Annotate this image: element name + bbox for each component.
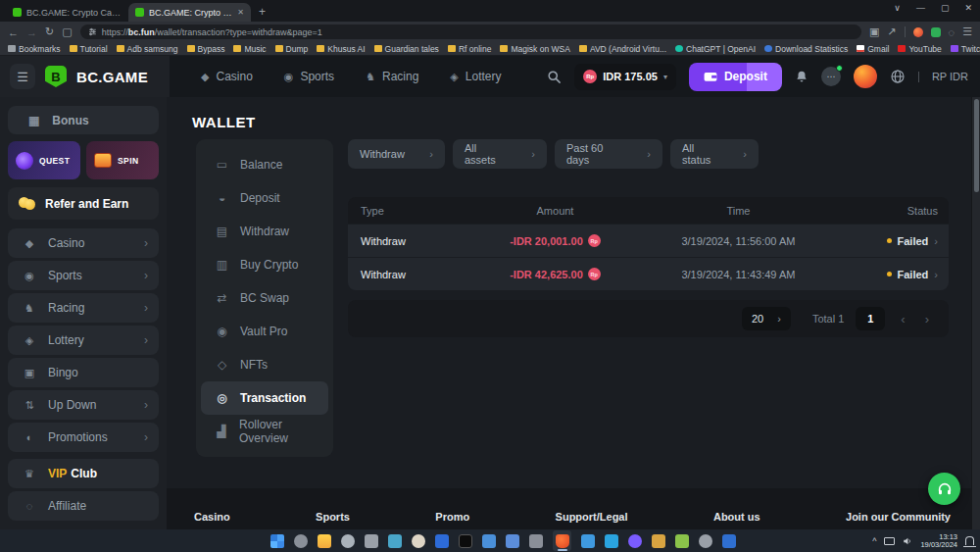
page-number-input[interactable]: 1 [856,307,885,330]
table-row[interactable]: Withdraw -IDR 42,625.00Rp 3/19/2024, 11:… [348,257,949,290]
footer-link-casino[interactable]: Casino [194,511,230,523]
bookmark-item[interactable]: Twitch [951,44,980,54]
wallet-nav-buy-crypto[interactable]: ▥Buy Crypto [201,248,328,281]
wallet-nav-bc-swap[interactable]: ⇄BC Swap [201,281,328,315]
nav-racing[interactable]: ♞Racing [366,70,418,83]
window-close-icon[interactable]: ✕ [964,3,972,13]
sidebar-item-lottery[interactable]: ◈Lottery› [8,326,159,355]
steering-wheel-icon[interactable] [699,534,712,548]
scrollbar-thumb[interactable] [974,99,979,192]
globe-icon[interactable] [890,69,906,84]
wallet-nav-balance[interactable]: ▭Balance [201,148,328,181]
nav-casino[interactable]: ◆Casino [201,70,253,83]
sidebar-item-promotions[interactable]: ◐Promotions› [8,423,159,452]
notifications-icon[interactable]: ◌ [949,26,956,38]
pip-icon[interactable]: ▣ [869,25,879,38]
sidebar-item-updown[interactable]: ⇅Up Down› [8,390,159,420]
prev-page-icon[interactable]: ‹ [897,312,908,326]
search-app-icon[interactable] [341,534,355,548]
footer-link-support-legal[interactable]: Support/Legal [556,511,628,523]
bookmark-item[interactable]: Rf online [448,44,492,54]
forward-icon[interactable]: → [26,26,37,38]
settings-icon[interactable] [294,534,308,548]
clipboard-app-icon[interactable] [365,534,378,548]
bookmark-item[interactable]: Khusus AI [317,44,365,54]
wallet-nav-withdraw[interactable]: ▤Withdraw [201,215,328,248]
bookmark-item[interactable]: Gmail [857,44,889,54]
footer-link-promo[interactable]: Promo [435,511,469,523]
discord-icon[interactable] [628,534,642,548]
bookmark-item[interactable]: Bypass [187,44,225,54]
bookmark-panel-icon[interactable]: ▢ [62,25,72,38]
tray-expand-icon[interactable]: ^ [872,536,876,546]
footer-link-community[interactable]: Join our Community [846,511,951,523]
start-menu-icon[interactable] [270,534,284,548]
user-avatar[interactable] [854,65,877,88]
browser-menu-icon[interactable]: ☰ [962,25,972,38]
bookmark-item[interactable]: ChatGPT | OpenAI [675,44,756,54]
bookmark-item[interactable]: Adb samsung [117,44,178,54]
extension-icon[interactable] [931,27,941,37]
chat-icon[interactable]: ⋯ [821,67,841,86]
refer-and-earn-button[interactable]: Refer and Earn [8,187,159,220]
bcgame-logo-icon[interactable]: B [45,66,67,87]
bonus-button[interactable]: ▦Bonus [8,106,159,134]
url-bar[interactable]: https://bc.fun/wallet/transaction?type=w… [80,25,861,39]
window-minimize-icon[interactable]: — [916,3,925,13]
fiat-display[interactable]: RP IDR [932,71,968,82]
bookmark-item[interactable]: Download Statistics [764,44,848,54]
bookmark-item[interactable]: Dump [275,44,309,54]
spin-button[interactable]: SPIN [86,141,159,179]
sidebar-item-racing[interactable]: ♞Racing› [8,293,159,323]
photos-app-icon[interactable] [388,534,402,548]
notification-center-icon[interactable] [965,536,974,545]
footer-link-about-us[interactable]: About us [713,511,760,523]
brave-browser-active[interactable] [553,530,571,551]
bookmark-item[interactable]: Magisk on WSA [500,44,569,54]
table-row[interactable]: Withdraw -IDR 20,001.00Rp 3/19/2024, 11:… [348,224,949,257]
share-icon[interactable]: ↗ [887,25,896,38]
speaker-icon[interactable] [903,536,912,546]
bookmark-item[interactable]: Guardian tales [374,44,439,54]
wallet-nav-transaction-active[interactable]: ◎Transaction [201,381,328,415]
back-icon[interactable]: ← [8,26,19,38]
sidebar-item-affiliate[interactable]: ◌Affiliate [8,491,159,521]
nav-lottery[interactable]: ◈Lottery [450,70,501,83]
window-maximize-icon[interactable]: ▢ [941,3,950,13]
quest-button[interactable]: QUEST [8,141,80,179]
task-manager-icon[interactable] [581,534,595,548]
filter-asset-dropdown[interactable]: All assets› [453,139,547,169]
extension-icon[interactable] [913,27,923,37]
tab-close-icon[interactable]: ✕ [237,8,244,17]
powershell-icon[interactable] [435,534,449,548]
nav-sports[interactable]: ◉Sports [284,70,334,83]
filter-type-dropdown[interactable]: Withdraw› [348,139,445,169]
app-icon[interactable] [482,534,496,548]
sidebar-item-casino[interactable]: ◆Casino› [8,228,159,258]
video-editor-icon[interactable] [529,534,543,548]
teams-icon[interactable] [506,534,519,548]
bookmark-item[interactable]: YouTube [898,44,941,54]
terminal-icon[interactable] [459,534,472,548]
balance-selector[interactable]: Rp IDR 175.05 ▾ [574,64,676,90]
network-monitor-icon[interactable] [884,537,895,545]
reload-icon[interactable]: ↻ [45,25,54,38]
clock[interactable]: 13:1319/03/2024 [920,533,957,549]
search-icon[interactable] [547,70,562,84]
bookmark-item[interactable]: Bookmarks [8,44,61,54]
sidebar-item-vip-club[interactable]: ♛VIPClub [8,459,159,488]
notepad-plus-icon[interactable] [675,534,689,548]
bookmark-item[interactable]: Tutorial [70,44,108,54]
bookmark-item[interactable]: Music [233,44,266,54]
sidebar-item-bingo[interactable]: ▣Bingo [8,358,159,387]
filter-date-dropdown[interactable]: Past 60 days› [555,139,662,169]
next-page-icon[interactable]: › [921,312,933,326]
wallet-nav-vault-pro[interactable]: ◉Vault Pro [201,315,328,348]
media-player-icon[interactable] [722,534,736,548]
brand-name[interactable]: BC.GAME [76,69,148,85]
new-tab-button[interactable]: + [259,5,266,19]
wallet-nav-deposit[interactable]: ◒Deposit [201,181,328,215]
filter-status-dropdown[interactable]: All status› [670,139,759,169]
torch-app-icon[interactable] [652,534,665,548]
clock-app-icon[interactable] [412,534,425,548]
